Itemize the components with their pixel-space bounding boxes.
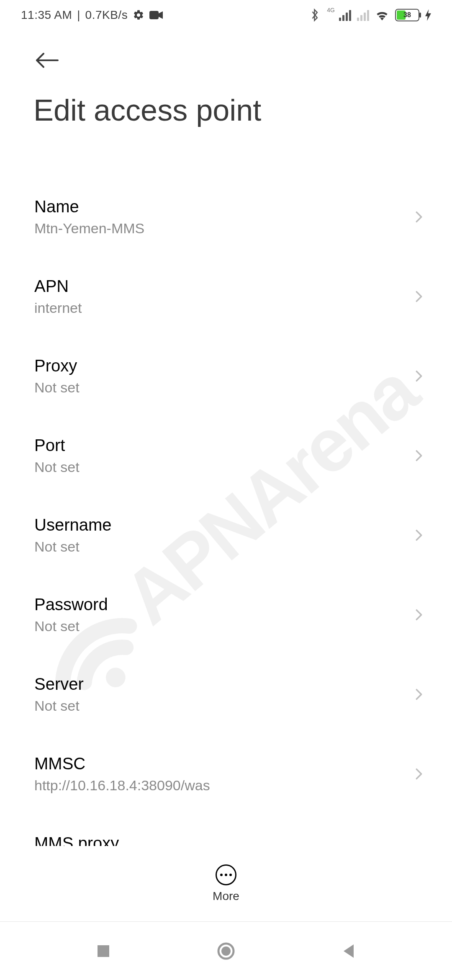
row-mmsc-value: http://10.16.18.4:38090/was [34, 777, 210, 794]
row-port[interactable]: Port Not set [34, 416, 418, 496]
status-time: 11:35 AM [21, 8, 72, 22]
chevron-right-icon [412, 210, 426, 224]
row-apn-label: APN [34, 277, 82, 296]
row-server-label: Server [34, 675, 84, 694]
status-separator: | [77, 8, 80, 22]
bluetooth-icon [311, 8, 319, 22]
square-icon [96, 944, 111, 959]
back-button[interactable] [33, 47, 60, 74]
settings-list: Name Mtn-Yemen-MMS APN internet Proxy No… [0, 178, 452, 894]
header: Edit access point [0, 30, 452, 127]
video-camera-icon [149, 10, 163, 20]
row-username-value: Not set [34, 539, 112, 555]
row-password[interactable]: Password Not set [34, 575, 418, 655]
charging-bolt-icon [425, 9, 431, 21]
nav-recents-button[interactable] [91, 939, 116, 964]
chevron-right-icon [412, 608, 426, 622]
status-net-speed: 0.7KB/s [85, 8, 128, 22]
row-password-value: Not set [34, 618, 108, 634]
chevron-right-icon [412, 289, 426, 304]
more-label: More [213, 890, 239, 903]
status-right: 4G 38 [311, 8, 431, 22]
content-area: APNArena Name Mtn-Yemen-MMS APN internet… [0, 178, 452, 919]
svg-rect-3 [98, 945, 109, 957]
row-server[interactable]: Server Not set [34, 655, 418, 735]
bottom-action-bar: More [0, 846, 452, 921]
row-port-value: Not set [34, 459, 80, 475]
row-password-label: Password [34, 595, 108, 614]
cell-4g-label: 4G [327, 7, 335, 13]
more-icon [216, 864, 236, 885]
battery-percent: 38 [396, 11, 419, 19]
row-username[interactable]: Username Not set [34, 496, 418, 575]
system-nav-bar [0, 921, 452, 980]
circle-icon [216, 941, 236, 961]
row-proxy-value: Not set [34, 379, 80, 396]
nav-home-button[interactable] [213, 939, 239, 964]
row-mmsc[interactable]: MMSC http://10.16.18.4:38090/was [34, 735, 418, 814]
battery-icon: 38 [395, 9, 419, 21]
row-server-value: Not set [34, 698, 84, 714]
row-apn-value: internet [34, 300, 82, 316]
nav-back-button[interactable] [336, 939, 361, 964]
chevron-right-icon [412, 369, 426, 383]
row-name-label: Name [34, 197, 144, 216]
page-title: Edit access point [33, 93, 419, 127]
chevron-right-icon [412, 449, 426, 463]
svg-rect-0 [149, 11, 159, 19]
row-proxy[interactable]: Proxy Not set [34, 337, 418, 416]
arrow-left-icon [34, 52, 59, 69]
signal-strength-icon [339, 9, 351, 21]
wifi-icon [375, 9, 389, 21]
signal-strength-2-icon [357, 9, 369, 21]
row-proxy-label: Proxy [34, 356, 80, 375]
chevron-right-icon [412, 687, 426, 701]
row-port-label: Port [34, 436, 80, 455]
row-name[interactable]: Name Mtn-Yemen-MMS [34, 178, 418, 257]
more-button[interactable]: More [213, 864, 239, 903]
row-username-label: Username [34, 516, 112, 534]
status-left: 11:35 AM | 0.7KB/s [21, 8, 163, 22]
chevron-right-icon [412, 767, 426, 781]
row-apn[interactable]: APN internet [34, 257, 418, 337]
svg-point-5 [221, 946, 231, 956]
chevron-right-icon [412, 528, 426, 542]
row-name-value: Mtn-Yemen-MMS [34, 220, 144, 237]
gear-icon [133, 9, 144, 21]
status-bar: 11:35 AM | 0.7KB/s 4G 38 [0, 0, 452, 30]
triangle-left-icon [341, 943, 356, 959]
row-mmsc-label: MMSC [34, 754, 210, 773]
